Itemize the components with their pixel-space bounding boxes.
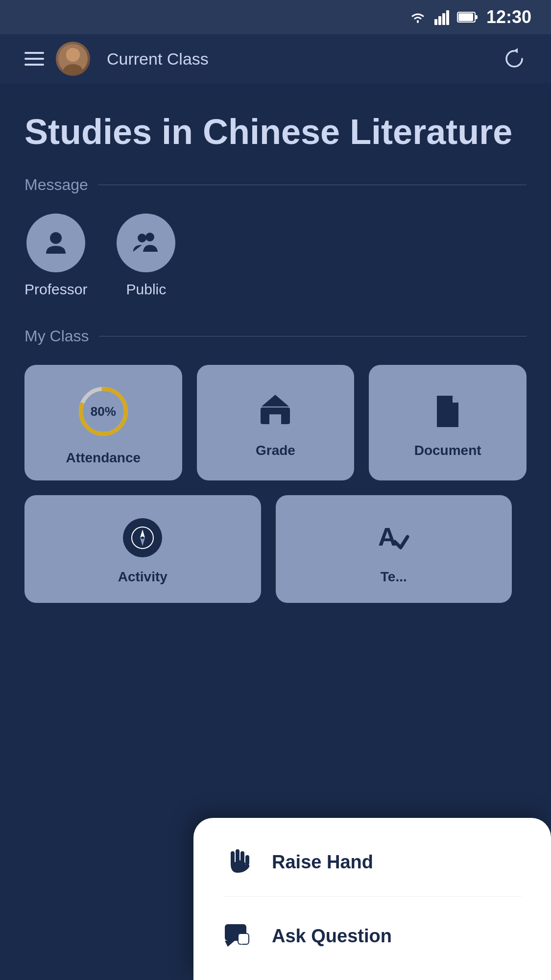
refresh-button[interactable] xyxy=(502,47,527,71)
public-label: Public xyxy=(126,281,167,298)
svg-point-8 xyxy=(63,64,83,73)
raise-hand-button[interactable]: Raise Hand xyxy=(223,842,522,897)
public-icon-circle xyxy=(117,214,175,272)
main-content: Studies in Chinese Literature Message Pr… xyxy=(0,83,551,642)
svg-point-9 xyxy=(66,48,80,62)
ask-question-label: Ask Question xyxy=(272,926,392,947)
header: Current Class xyxy=(0,34,551,83)
my-class-section-header: My Class xyxy=(24,327,527,345)
battery-icon xyxy=(457,10,479,24)
public-button[interactable]: Public xyxy=(117,214,175,298)
svg-point-11 xyxy=(138,234,146,242)
svg-rect-17 xyxy=(269,414,281,424)
professor-label: Professor xyxy=(24,281,87,298)
my-class-label: My Class xyxy=(24,327,89,345)
svg-rect-28 xyxy=(239,934,248,944)
svg-rect-3 xyxy=(446,10,449,25)
attendance-card[interactable]: 80% Attendance xyxy=(24,365,182,480)
raise-hand-icon xyxy=(223,847,252,877)
bottom-cards-grid: Activity A Te... xyxy=(24,495,512,603)
activity-card[interactable]: Activity xyxy=(24,495,261,603)
svg-point-10 xyxy=(50,232,62,244)
header-title: Current Class xyxy=(107,49,209,69)
message-buttons: Professor Public xyxy=(24,214,527,298)
my-class-section: My Class 80% Attendance xyxy=(24,327,527,603)
document-icon xyxy=(428,392,467,431)
svg-marker-16 xyxy=(262,395,289,406)
message-label: Message xyxy=(24,176,88,194)
svg-rect-5 xyxy=(475,15,478,19)
attendance-progress-ring: 80% xyxy=(76,384,130,438)
svg-point-12 xyxy=(145,233,154,241)
message-section-header: Message xyxy=(24,176,527,194)
professor-icon-circle xyxy=(26,214,85,272)
svg-rect-1 xyxy=(438,16,441,25)
status-time: 12:30 xyxy=(486,7,531,27)
top-cards-grid: 80% Attendance Grade xyxy=(24,365,527,480)
hamburger-menu-icon[interactable] xyxy=(24,52,44,66)
status-icons: 12:30 xyxy=(409,7,531,27)
svg-rect-25 xyxy=(245,855,249,865)
my-class-divider xyxy=(99,336,527,336)
raise-hand-label: Raise Hand xyxy=(272,852,373,873)
course-title: Studies in Chinese Literature xyxy=(24,113,527,151)
test-label: Te... xyxy=(381,569,407,585)
grade-label: Grade xyxy=(256,443,295,458)
header-left: Current Class xyxy=(24,42,209,76)
svg-text:A: A xyxy=(378,523,397,551)
svg-marker-20 xyxy=(140,538,145,546)
svg-rect-6 xyxy=(458,13,473,21)
svg-marker-19 xyxy=(140,529,145,538)
ask-question-icon xyxy=(223,921,252,951)
grade-icon xyxy=(256,392,295,431)
status-bar: 12:30 xyxy=(0,0,551,34)
test-icon: A xyxy=(374,518,413,557)
ask-question-button[interactable]: Ask Question xyxy=(223,916,522,956)
wifi-icon xyxy=(409,10,427,24)
document-label: Document xyxy=(414,443,481,458)
activity-icon xyxy=(123,518,162,557)
avatar-image xyxy=(58,44,88,73)
action-overlay: Raise Hand Ask Question xyxy=(193,818,551,980)
professor-icon xyxy=(41,228,71,258)
document-card[interactable]: Document xyxy=(369,365,527,480)
public-icon xyxy=(131,228,161,258)
grade-card[interactable]: Grade xyxy=(197,365,355,480)
svg-rect-0 xyxy=(434,19,437,25)
avatar[interactable] xyxy=(56,42,90,76)
svg-rect-2 xyxy=(442,13,445,25)
attendance-label: Attendance xyxy=(66,450,141,466)
signal-icon xyxy=(434,9,449,25)
message-divider xyxy=(98,185,527,185)
attendance-percent: 80% xyxy=(91,404,116,419)
activity-label: Activity xyxy=(118,569,168,585)
professor-button[interactable]: Professor xyxy=(24,214,87,298)
test-card[interactable]: A Te... xyxy=(276,495,512,603)
